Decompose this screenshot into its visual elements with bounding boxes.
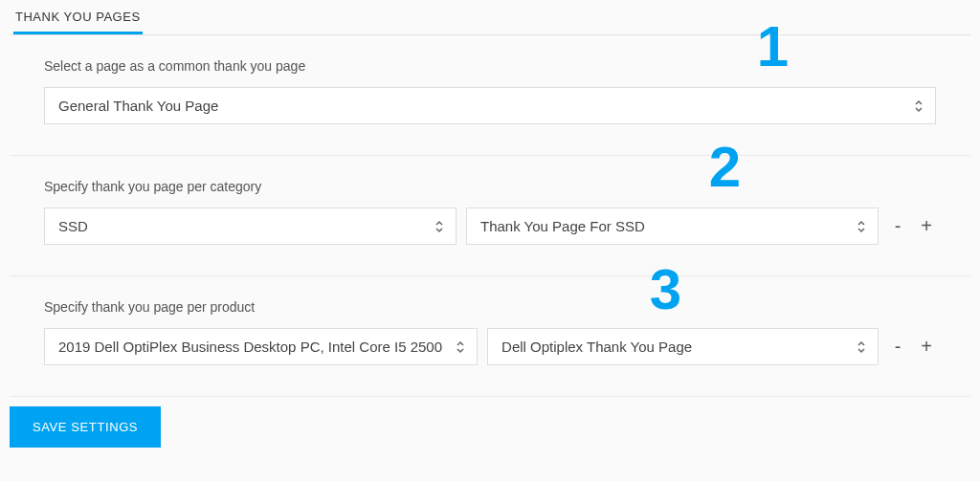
remove-category-row-button[interactable]: - — [888, 215, 907, 237]
remove-product-row-button[interactable]: - — [888, 336, 907, 358]
product-page-select[interactable]: Dell Optiplex Thank You Page — [487, 328, 879, 365]
annotation-1: 1 — [757, 18, 789, 76]
chevron-up-down-icon — [456, 339, 465, 355]
category-value: SSD — [58, 218, 88, 234]
section-category: 2 Specify thank you page per category SS… — [10, 156, 970, 276]
category-page-select[interactable]: Thank You Page For SSD — [466, 208, 879, 245]
save-settings-button[interactable]: SAVE SETTINGS — [10, 406, 161, 448]
common-page-select[interactable]: General Thank You Page — [44, 87, 936, 124]
footer: SAVE SETTINGS — [10, 397, 970, 448]
add-category-row-button[interactable]: + — [917, 215, 936, 237]
common-page-value: General Thank You Page — [58, 98, 218, 114]
section-common: 1 Select a page as a common thank you pa… — [10, 35, 970, 156]
tab-bar: THANK YOU PAGES — [10, 0, 970, 35]
common-page-label: Select a page as a common thank you page — [44, 58, 936, 74]
chevron-up-down-icon — [857, 339, 866, 355]
annotation-3: 3 — [650, 261, 681, 318]
category-page-value: Thank You Page For SSD — [480, 218, 645, 234]
chevron-up-down-icon — [857, 219, 866, 234]
category-label: Specify thank you page per category — [44, 179, 936, 194]
chevron-up-down-icon — [914, 98, 924, 114]
annotation-2: 2 — [709, 139, 741, 196]
chevron-up-down-icon — [434, 219, 444, 234]
product-select[interactable]: 2019 Dell OptiPlex Business Desktop PC, … — [44, 328, 478, 365]
section-product: 3 Specify thank you page per product 201… — [10, 276, 970, 397]
product-label: Specify thank you page per product — [44, 299, 936, 315]
product-page-value: Dell Optiplex Thank You Page — [501, 339, 692, 355]
tab-thank-you-pages[interactable]: THANK YOU PAGES — [13, 0, 143, 34]
product-value: 2019 Dell OptiPlex Business Desktop PC, … — [58, 339, 442, 355]
category-select[interactable]: SSD — [44, 208, 457, 245]
add-product-row-button[interactable]: + — [917, 336, 936, 358]
